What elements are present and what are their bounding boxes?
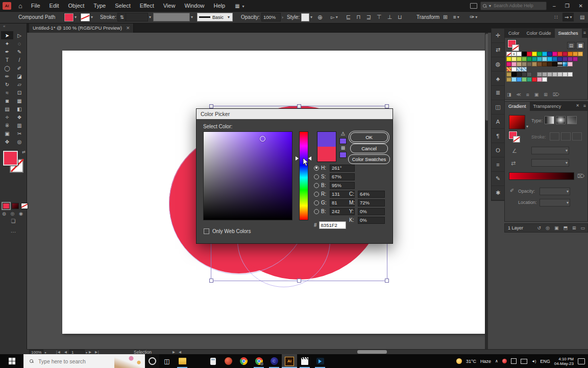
input-k[interactable]: 0% xyxy=(358,217,385,224)
task-view-icon[interactable]: ◫ xyxy=(159,354,175,368)
none-button[interactable] xyxy=(21,203,28,209)
input-m[interactable]: 72% xyxy=(358,199,385,206)
tab-color-guide[interactable]: Color Guide xyxy=(523,29,555,38)
swatch[interactable] xyxy=(573,52,578,56)
fill-indicator[interactable] xyxy=(3,151,18,166)
grid-view-button[interactable]: ▦ xyxy=(576,42,584,49)
swatch[interactable] xyxy=(527,57,532,61)
in-gamut-color-swatch[interactable] xyxy=(339,138,347,144)
dialog-title-bar[interactable]: Color Picker xyxy=(197,109,393,119)
chrome-icon[interactable] xyxy=(236,354,251,368)
minimize-button[interactable]: – xyxy=(550,3,559,9)
swatch[interactable] xyxy=(517,72,522,77)
swatch-gradient[interactable] xyxy=(557,62,562,66)
weather-icon[interactable] xyxy=(456,358,462,364)
edit-toolbar-icon[interactable]: … xyxy=(0,227,27,234)
swatch[interactable] xyxy=(537,72,542,77)
swatch[interactable] xyxy=(552,62,557,66)
new-layer-icon[interactable]: ⊞ xyxy=(572,225,576,231)
app-logo-icon[interactable]: Ai xyxy=(3,2,11,10)
swatch[interactable] xyxy=(517,77,522,82)
align-icon-0[interactable]: ⊑ xyxy=(346,14,351,20)
document-close-icon[interactable]: ✕ xyxy=(126,26,130,31)
web-safe-color-swatch[interactable] xyxy=(339,152,347,158)
actions-panel-icon[interactable]: ✱ xyxy=(492,186,504,200)
scale-tool[interactable]: ▱ xyxy=(13,80,26,88)
calculator-icon[interactable] xyxy=(205,354,220,368)
taskbar-search-input[interactable] xyxy=(37,358,106,365)
swatch-pattern[interactable] xyxy=(506,67,511,72)
swatch-gradient[interactable] xyxy=(562,62,568,66)
volume-icon[interactable]: ◄) xyxy=(531,359,536,363)
workspace-switcher-icon[interactable]: ▦ ▾ xyxy=(235,3,244,9)
lasso-tool[interactable]: ◌ xyxy=(13,39,26,48)
swatch[interactable] xyxy=(542,57,547,61)
home-icon[interactable]: ⌂ xyxy=(18,2,22,10)
blue-orb-app-icon[interactable]: C xyxy=(266,354,282,368)
swatch[interactable] xyxy=(517,57,522,61)
movies-app-icon[interactable] xyxy=(297,354,312,368)
menu-file[interactable]: File xyxy=(27,0,45,11)
new-swatch-icon[interactable]: ⊞ xyxy=(544,92,548,98)
swatch-group-folder[interactable] xyxy=(506,77,511,82)
swatch[interactable] xyxy=(557,72,562,77)
kmplayer-icon[interactable] xyxy=(190,354,205,368)
shape-builder-tool[interactable]: ◙ xyxy=(1,97,13,105)
radio-r[interactable] xyxy=(314,192,319,197)
align-icon-4[interactable]: ⊥ xyxy=(387,14,393,20)
swatch[interactable] xyxy=(562,52,568,56)
swatch[interactable] xyxy=(522,72,527,77)
swatch[interactable] xyxy=(578,52,583,56)
swatch[interactable] xyxy=(542,72,547,77)
magic-wand-tool[interactable]: ✦ xyxy=(1,39,13,48)
curvature-tool[interactable]: ✎ xyxy=(13,48,26,56)
swatch[interactable] xyxy=(542,62,547,66)
delete-layer-icon[interactable]: ▭ xyxy=(580,225,585,231)
color-swatches-button[interactable]: Color Swatches xyxy=(348,154,390,164)
swatch[interactable] xyxy=(562,72,568,77)
out-of-gamut-warning-icon[interactable]: ⚠ xyxy=(341,131,346,136)
tray-temperature[interactable]: 31°C xyxy=(466,359,476,364)
swatch[interactable] xyxy=(568,72,573,77)
paragraph-panel-icon[interactable]: ¶ xyxy=(492,129,504,143)
selection-handle[interactable] xyxy=(385,279,389,283)
swatch[interactable] xyxy=(552,57,557,61)
cancel-button[interactable]: Cancel xyxy=(350,144,388,153)
collect-for-export-icon[interactable]: ↺ xyxy=(537,225,542,231)
swatch[interactable] xyxy=(532,77,537,82)
gradient-eyedropper-icon[interactable]: ✐ xyxy=(510,188,514,193)
selection-handle[interactable] xyxy=(209,104,213,108)
gradient-swatch[interactable] xyxy=(509,115,525,129)
zoom-tool[interactable]: ◎ xyxy=(13,137,26,146)
language-indicator[interactable]: ENG xyxy=(540,359,550,364)
character-panel-icon[interactable]: A xyxy=(492,114,504,129)
document-tab[interactable]: Untitled-1* @ 100 % (RGB/CPU Preview) ✕ xyxy=(29,23,134,33)
stroke-weight-dropdown[interactable]: ▾ xyxy=(126,11,151,23)
swatch[interactable] xyxy=(542,52,547,56)
mesh-tool[interactable]: ▤ xyxy=(1,105,13,113)
swatch-kinds-icon[interactable]: ≪ xyxy=(517,92,521,98)
selection-handle[interactable] xyxy=(297,279,301,283)
properties-panel-icon[interactable]: ⇄ xyxy=(492,43,504,57)
width-tool[interactable]: ≈ xyxy=(1,88,13,97)
swatch-registration[interactable]: ✛ xyxy=(511,52,517,56)
artboard-tool[interactable]: ▣ xyxy=(1,129,13,137)
stroke-color-well[interactable]: ▾ xyxy=(81,11,93,23)
swatch[interactable] xyxy=(527,77,532,82)
hue-slider[interactable] xyxy=(299,131,308,220)
blend-tool[interactable]: ❖ xyxy=(13,113,26,121)
input-y[interactable]: 0% xyxy=(358,208,385,215)
swatch-pattern[interactable] xyxy=(517,67,522,72)
align-icon-2[interactable]: ⊒ xyxy=(366,14,371,20)
input-c[interactable]: 64% xyxy=(358,191,385,198)
input-b[interactable]: 95% xyxy=(330,182,355,189)
align-icon-1[interactable]: ⊓ xyxy=(356,14,361,20)
appearance-panel-icon[interactable]: ◍ xyxy=(492,57,504,72)
out-of-web-color-icon[interactable]: ▩ xyxy=(341,146,346,150)
input-s[interactable]: 67% xyxy=(330,173,355,180)
swatch[interactable] xyxy=(547,57,552,61)
radio-b[interactable] xyxy=(314,183,319,188)
tab-gradient[interactable]: Gradient xyxy=(505,102,530,111)
gradient-opacity-dropdown[interactable]: ▾ xyxy=(540,188,570,195)
menu-edit[interactable]: Edit xyxy=(45,0,64,11)
